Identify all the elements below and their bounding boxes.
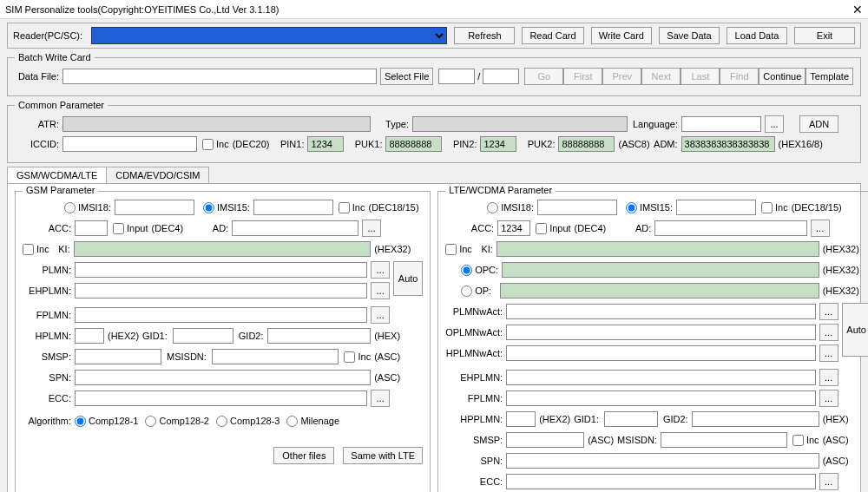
gsm-auto-button[interactable]: Auto — [393, 261, 423, 296]
lte-oplmnwact-dots[interactable]: ... — [819, 324, 838, 341]
lte-acc-input[interactable] — [497, 220, 530, 236]
lte-opc-input[interactable] — [502, 262, 819, 278]
lte-ecc-input[interactable] — [506, 474, 815, 489]
gsm-fplmn-dots[interactable]: ... — [371, 306, 390, 324]
find-button[interactable]: Find — [720, 68, 759, 85]
gsm-other-button[interactable]: Other files — [273, 447, 334, 464]
lte-hplmnwact-input[interactable] — [506, 345, 815, 361]
gsm-hplmn-input[interactable] — [75, 328, 104, 344]
lte-imsi15-radio[interactable] — [626, 202, 637, 213]
exit-button[interactable]: Exit — [794, 27, 855, 44]
tab-cdma[interactable]: CDMA/EVDO/CSIM — [106, 167, 209, 183]
reader-select[interactable] — [91, 27, 447, 44]
gsm-imsi18-radio[interactable] — [64, 202, 76, 213]
gsm-gid2-input[interactable] — [267, 328, 372, 344]
gsm-msisdn-inc-check[interactable] — [344, 351, 355, 363]
lte-imsi18-radio[interactable] — [487, 202, 498, 213]
lte-oplmnwact-input[interactable] — [506, 325, 815, 340]
lte-fplmn-dots[interactable]: ... — [819, 390, 838, 407]
lte-ecc-dots[interactable]: ... — [819, 473, 838, 490]
tab-gsm[interactable]: GSM/WCDMA/LTE — [7, 167, 107, 183]
gsm-ecc-input[interactable] — [75, 390, 367, 406]
template-button[interactable]: Template — [806, 68, 853, 85]
lte-ad-input[interactable] — [654, 220, 806, 236]
lte-acc-input-check[interactable] — [536, 223, 547, 234]
gsm-imsi15-radio[interactable] — [203, 202, 214, 213]
refresh-button[interactable]: Refresh — [454, 27, 515, 44]
next-button[interactable]: Next — [641, 68, 681, 85]
batch-total-input[interactable] — [483, 69, 519, 84]
loaddata-button[interactable]: Load Data — [727, 27, 787, 44]
lte-spn-input[interactable] — [506, 453, 819, 469]
lte-ki-input[interactable] — [496, 241, 819, 257]
batch-pos-input[interactable] — [438, 69, 475, 84]
lte-imsi15-input[interactable] — [676, 200, 756, 215]
pin1-input[interactable] — [307, 136, 344, 152]
gsm-ehplmn-dots[interactable]: ... — [371, 282, 390, 299]
lte-opc-radio[interactable] — [461, 265, 472, 276]
gsm-ad-dots[interactable]: ... — [362, 220, 381, 237]
lte-plmnwact-dots[interactable]: ... — [819, 303, 838, 320]
iccid-input[interactable] — [62, 136, 197, 152]
gsm-samelte-button[interactable]: Same with LTE — [343, 447, 423, 464]
lte-op-radio[interactable] — [461, 285, 472, 297]
continue-button[interactable]: Continue — [759, 68, 806, 85]
prev-button[interactable]: Prev — [602, 68, 641, 85]
gsm-ehplmn-input[interactable] — [75, 283, 367, 298]
adn-button[interactable]: ADN — [799, 115, 838, 133]
gsm-ecc-dots[interactable]: ... — [371, 390, 390, 407]
lte-smsp-input[interactable] — [506, 432, 584, 448]
iccid-inc-check[interactable] — [202, 139, 214, 150]
gsm-mile-radio[interactable] — [286, 416, 298, 427]
lte-ad-dots[interactable]: ... — [811, 220, 830, 237]
lte-hpplmn-input[interactable] — [506, 411, 536, 427]
gsm-msisdn-input[interactable] — [212, 349, 339, 364]
gsm-acc-input[interactable] — [75, 220, 108, 236]
gsm-spn-input[interactable] — [75, 370, 371, 385]
lte-auto-button[interactable]: Auto — [842, 303, 868, 357]
lte-ehplmn-dots[interactable]: ... — [819, 369, 838, 386]
gsm-imsi18-input[interactable] — [115, 200, 194, 215]
gsm-gid1-input[interactable] — [173, 328, 233, 344]
writecard-button[interactable]: Write Card — [591, 27, 652, 44]
gsm-ad-input[interactable] — [232, 220, 358, 236]
lte-gid1-input[interactable] — [604, 411, 658, 427]
gsm-c2-radio[interactable] — [145, 416, 156, 427]
atr-input[interactable] — [62, 116, 371, 132]
lte-gid2-input[interactable] — [692, 411, 819, 427]
type-input[interactable] — [412, 116, 628, 132]
lte-plmnwact-input[interactable] — [506, 304, 815, 319]
gsm-ki-inc-check[interactable] — [23, 244, 34, 255]
lte-ehplmn-input[interactable] — [506, 370, 815, 385]
gsm-c1-radio[interactable] — [75, 416, 86, 427]
readcard-button[interactable]: Read Card — [522, 27, 583, 44]
selectfile-button[interactable]: Select File — [380, 68, 433, 85]
first-button[interactable]: First — [563, 68, 602, 85]
go-button[interactable]: Go — [524, 68, 563, 85]
gsm-smsp-input[interactable] — [75, 349, 161, 364]
puk2-input[interactable] — [558, 136, 615, 152]
lte-ki-inc-check[interactable] — [445, 244, 457, 255]
gsm-plmn-input[interactable] — [75, 262, 367, 278]
gsm-acc-input-check[interactable] — [113, 223, 124, 234]
gsm-fplmn-input[interactable] — [75, 307, 367, 323]
lte-op-input[interactable] — [500, 283, 819, 298]
lte-hplmnwact-dots[interactable]: ... — [819, 344, 838, 362]
last-button[interactable]: Last — [681, 68, 720, 85]
gsm-ki-input[interactable] — [74, 241, 371, 257]
language-input[interactable] — [681, 116, 761, 132]
datafile-input[interactable] — [62, 69, 377, 84]
lte-imsi18-input[interactable] — [537, 200, 617, 215]
adm-input[interactable] — [681, 136, 775, 152]
lte-msisdn-input[interactable] — [661, 432, 787, 448]
gsm-plmn-dots[interactable]: ... — [371, 261, 390, 279]
lte-msisdn-inc-check[interactable] — [792, 435, 804, 446]
language-dots-button[interactable]: ... — [765, 115, 784, 133]
pin2-input[interactable] — [480, 136, 516, 152]
lte-imsi-inc-check[interactable] — [761, 202, 773, 213]
gsm-imsi15-input[interactable] — [253, 200, 333, 215]
close-icon[interactable]: ✕ — [852, 3, 863, 16]
lte-fplmn-input[interactable] — [506, 390, 815, 406]
gsm-c3-radio[interactable] — [216, 416, 227, 427]
gsm-imsi-inc-check[interactable] — [339, 202, 350, 213]
